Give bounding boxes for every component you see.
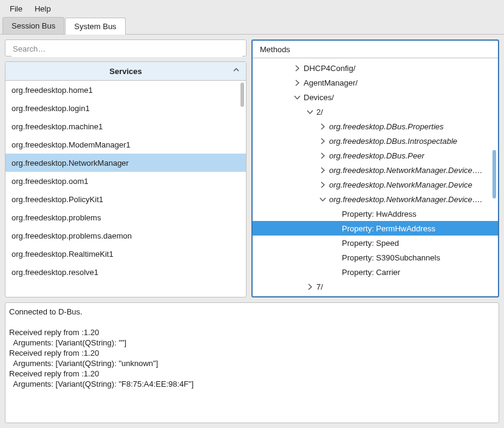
tree-label: AgentManager/ [304,78,358,87]
tree-label: DHCP4Config/ [304,64,355,73]
property-row[interactable]: Property: PermHwAddress [253,221,498,236]
chevron-right-icon[interactable] [316,123,329,130]
tree-interface[interactable]: org.freedesktop.DBus.Properties [253,119,498,134]
tree-node[interactable]: DHCP4Config/ [253,61,498,75]
tree-label: org.freedesktop.NetworkManager.Device…. [329,166,482,175]
chevron-right-icon[interactable] [316,138,329,144]
chevron-down-icon[interactable] [291,94,304,101]
tree-label: 7/ [316,282,323,291]
chevron-down-icon[interactable] [304,109,316,115]
services-box: Services org.freedesktop.home1org.freede… [5,61,247,297]
tree-label: Devices/ [304,93,334,102]
content-area: Services org.freedesktop.home1org.freede… [0,35,504,428]
service-item[interactable]: org.freedesktop.PolicyKit1 [5,190,246,208]
menu-file[interactable]: File [4,2,29,16]
tree-interface[interactable]: org.freedesktop.NetworkManager.Device…. [253,163,498,177]
methods-scrollbar-thumb[interactable] [492,150,496,199]
chevron-right-icon[interactable] [316,167,329,174]
tree-label: org.freedesktop.NetworkManager.Device [329,180,472,189]
tree-node[interactable]: AgentManager/ [253,75,498,90]
methods-panel: Methods DHCP4Config/AgentManager/Devices… [251,39,499,297]
search-box [5,39,247,56]
methods-header-label: Methods [260,45,290,54]
property-row[interactable]: Property: Speed [253,236,498,250]
service-item[interactable]: org.freedesktop.RealtimeKit1 [5,245,246,263]
chevron-right-icon[interactable] [291,80,304,86]
property-label: Property: HwAddress [342,209,417,219]
tree-interface[interactable]: org.freedesktop.NetworkManager.Device…. [253,192,498,206]
service-item[interactable]: org.freedesktop.machine1 [5,117,246,135]
property-label: Property: PermHwAddress [342,224,435,233]
search-input[interactable] [12,40,242,57]
tab-bar: Session Bus System Bus [0,17,504,35]
chevron-right-icon[interactable] [316,182,329,188]
service-item[interactable]: org.freedesktop.oom1 [5,172,246,190]
tree-node[interactable]: Devices/ [253,90,498,104]
tree-node[interactable]: 7/ [253,279,498,294]
methods-tree[interactable]: DHCP4Config/AgentManager/Devices/2/org.f… [253,58,498,296]
service-item[interactable]: org.freedesktop.home1 [5,81,246,99]
tree-interface[interactable]: org.freedesktop.DBus.Introspectable [253,134,498,148]
tree-label: org.freedesktop.DBus.Introspectable [329,137,457,146]
service-item[interactable]: org.freedesktop.resolve1 [5,263,246,281]
methods-header: Methods [253,41,498,58]
chevron-down-icon[interactable] [316,196,329,203]
service-item[interactable]: org.freedesktop.login1 [5,99,246,117]
tree-label: 2/ [316,107,323,117]
property-row[interactable]: Property: S390Subchannels [253,250,498,265]
services-header[interactable]: Services [5,62,246,81]
log-output: Connected to D-Bus. Received reply from … [5,302,499,423]
chevron-up-icon [233,66,240,75]
tab-system-bus[interactable]: System Bus [65,18,125,35]
property-row[interactable]: Property: Carrier [253,265,498,279]
property-label: Property: S390Subchannels [342,253,440,262]
tree-label: org.freedesktop.NetworkManager.Device…. [329,195,482,204]
service-item[interactable]: org.freedesktop.NetworkManager [5,154,246,172]
left-panel: Services org.freedesktop.home1org.freede… [5,39,247,297]
app-window: File Help Session Bus System Bus Service… [0,0,504,428]
top-row: Services org.freedesktop.home1org.freede… [5,39,499,297]
tree-label: org.freedesktop.DBus.Peer [329,151,424,160]
tree-label: org.freedesktop.DBus.Properties [329,122,444,131]
tree-interface[interactable]: org.freedesktop.DBus.Peer [253,148,498,163]
service-item[interactable]: org.freedesktop.problems [5,208,246,226]
property-row[interactable]: Property: HwAddress [253,206,498,221]
property-label: Property: Carrier [342,268,400,277]
service-item[interactable]: org.freedesktop.ModemManager1 [5,135,246,154]
chevron-right-icon[interactable] [316,152,329,159]
service-item[interactable]: org.freedesktop.problems.daemon [5,226,246,245]
services-list[interactable]: org.freedesktop.home1org.freedesktop.log… [5,81,246,297]
tab-session-bus[interactable]: Session Bus [2,17,64,34]
services-header-label: Services [109,67,142,76]
chevron-right-icon[interactable] [291,65,304,72]
menu-bar: File Help [0,0,504,17]
tree-node[interactable]: 2/ [253,104,498,119]
menu-help[interactable]: Help [29,2,57,16]
chevron-right-icon[interactable] [304,284,316,290]
property-label: Property: Speed [342,239,399,248]
services-scrollbar-thumb[interactable] [240,83,244,107]
tree-interface[interactable]: org.freedesktop.NetworkManager.Device [253,177,498,192]
